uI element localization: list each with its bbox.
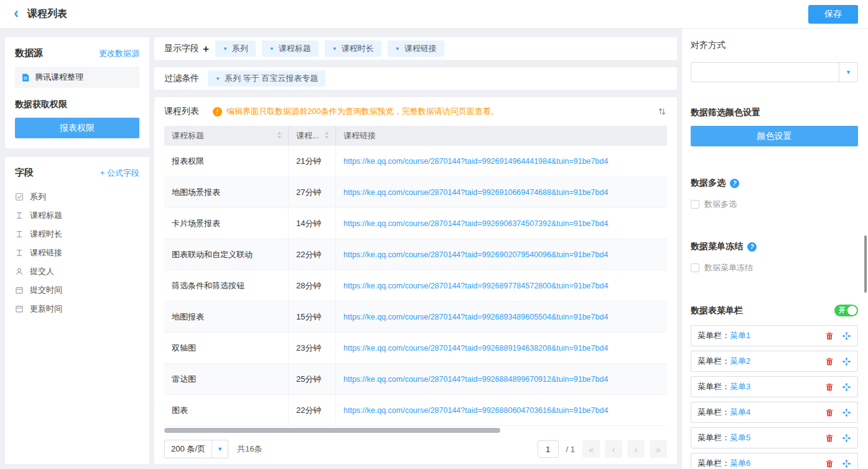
cell-course-duration: 21分钟: [289, 146, 336, 176]
multi-select-checkbox[interactable]: [691, 200, 699, 209]
page-input[interactable]: 1: [538, 440, 559, 458]
course-link[interactable]: https://ke.qq.com/course/2870144?taid=99…: [343, 375, 660, 384]
report-permission-button[interactable]: 报表权限: [15, 118, 139, 138]
delete-icon[interactable]: [825, 357, 834, 366]
field-item-submit-time[interactable]: 提交时间: [15, 281, 139, 300]
menu-name-link[interactable]: 菜单2: [730, 356, 750, 367]
course-link[interactable]: https://ke.qq.com/course/2870144?taid=99…: [343, 219, 660, 228]
field-item-update-time[interactable]: 更新时间: [15, 300, 139, 318]
field-item-course-duration[interactable]: 课程时长: [15, 225, 139, 244]
column-header-course-link[interactable]: 课程链接: [336, 126, 667, 146]
display-field-chip-series[interactable]: ▼系列: [215, 40, 256, 57]
prev-page-button[interactable]: ‹: [605, 440, 622, 458]
field-label: 提交时间: [30, 285, 62, 296]
datasource-name: 腾讯课程整理: [35, 72, 83, 83]
menu-name-link[interactable]: 菜单4: [730, 407, 750, 418]
help-icon[interactable]: ?: [747, 242, 757, 252]
menu-item-6: 菜单栏：菜单6: [691, 453, 858, 469]
menu-freeze-checkbox[interactable]: [691, 263, 699, 272]
field-item-course-title[interactable]: 课程标题: [15, 206, 139, 225]
display-fields-bar: 显示字段 + ▼系列 ▼课程标题 ▼课程时长 ▼课程链接: [154, 37, 677, 60]
cell-course-title: 双轴图: [164, 333, 289, 363]
course-link[interactable]: https://ke.qq.com/course/2870144?taid=99…: [343, 282, 660, 290]
move-icon[interactable]: [842, 357, 851, 366]
document-icon: [21, 73, 30, 82]
alignment-select[interactable]: ▼: [691, 62, 858, 82]
permission-title: 数据获取权限: [15, 99, 139, 110]
delete-icon[interactable]: [825, 331, 834, 341]
field-item-course-link[interactable]: 课程链接: [15, 244, 139, 262]
menu-name-link[interactable]: 菜单3: [730, 381, 750, 392]
table-header-row: 课程列表 ! 编辑界面只取数据源前200条作为查询数据预览，完整数据请访问页面查…: [154, 97, 677, 126]
table-head: 课程标题 课程... 课程链接: [164, 126, 667, 146]
display-field-chip-course-link[interactable]: ▼课程链接: [388, 40, 444, 57]
add-display-field-button[interactable]: +: [203, 44, 209, 54]
table-row: 卡片场景报表14分钟https://ke.qq.com/course/28701…: [164, 208, 667, 239]
course-link[interactable]: https://ke.qq.com/course/2870144?taid=99…: [343, 250, 660, 259]
delete-icon[interactable]: [825, 382, 834, 392]
column-header-course-title[interactable]: 课程标题: [164, 126, 289, 146]
course-link[interactable]: https://ke.qq.com/course/2870144?taid=99…: [343, 344, 660, 353]
course-link[interactable]: https://ke.qq.com/course/2870144?taid=99…: [343, 406, 660, 415]
vertical-scrollbar-thumb[interactable]: [864, 235, 867, 293]
move-icon[interactable]: [842, 408, 851, 417]
sort-arrows-icon: [277, 131, 282, 141]
text-field-icon: [15, 249, 24, 257]
help-icon[interactable]: ?: [730, 179, 739, 188]
menu-prefix: 菜单栏：: [698, 407, 730, 418]
save-button[interactable]: 保存: [808, 5, 858, 24]
menu-name-link[interactable]: 菜单5: [730, 432, 750, 443]
column-header-course-duration[interactable]: 课程...: [289, 126, 336, 146]
add-formula-field-link[interactable]: + 公式字段: [100, 168, 139, 179]
multi-select-checkbox-row[interactable]: 数据多选: [691, 199, 858, 210]
datasource-item[interactable]: 腾讯课程整理: [15, 67, 139, 88]
menu-freeze-checkbox-row[interactable]: 数据菜单冻结: [691, 262, 858, 273]
page-size-select[interactable]: 200 条/页 ▼: [164, 440, 228, 458]
sort-icon[interactable]: [657, 107, 667, 116]
cell-course-duration: 25分钟: [289, 364, 336, 394]
page-title: 课程列表: [27, 7, 67, 21]
course-link[interactable]: https://ke.qq.com/course/2870144?taid=99…: [343, 313, 660, 321]
change-datasource-link[interactable]: 更改数据源: [99, 48, 139, 59]
menu-name-link[interactable]: 菜单6: [730, 458, 750, 469]
chevron-down-icon: ▼: [215, 76, 220, 82]
next-page-button[interactable]: ›: [627, 440, 645, 458]
menu-freeze-title: 数据菜单冻结 ?: [691, 241, 858, 252]
fields-panel: 字段 + 公式字段 系列 课程标题 课程时长: [5, 157, 149, 464]
chip-label: 课程链接: [404, 43, 437, 54]
warning-text: 编辑界面只取数据源前200条作为查询数据预览，完整数据请访问页面查看。: [226, 106, 499, 117]
menu-item-4: 菜单栏：菜单4: [691, 402, 858, 423]
page-size-value: 200 条/页: [165, 440, 212, 458]
field-label: 提交人: [30, 266, 54, 277]
last-page-button[interactable]: »: [650, 440, 667, 458]
move-icon[interactable]: [842, 382, 851, 392]
delete-icon[interactable]: [825, 459, 834, 468]
delete-icon[interactable]: [825, 408, 834, 417]
move-icon[interactable]: [842, 433, 851, 443]
first-page-button[interactable]: «: [582, 440, 600, 458]
field-list: 系列 课程标题 课程时长 课程链接: [15, 187, 139, 318]
chip-label: 系列: [232, 43, 248, 54]
delete-icon[interactable]: [825, 433, 834, 443]
color-settings-button[interactable]: 颜色设置: [691, 126, 858, 146]
cell-course-duration: 14分钟: [289, 208, 336, 239]
filter-condition-chip[interactable]: ▼系列 等于 百宝云报表专题: [208, 70, 325, 87]
column-label: 课程链接: [343, 130, 376, 141]
horizontal-scrollbar-thumb[interactable]: [164, 428, 500, 433]
chevron-down-icon: ▼: [395, 46, 400, 52]
move-icon[interactable]: [842, 331, 851, 341]
menu-name-link[interactable]: 菜单1: [730, 330, 750, 341]
left-sidebar: 数据源 更改数据源 腾讯课程整理 数据获取权限 报表权限 字段 + 公式字段: [5, 37, 149, 464]
course-link[interactable]: https://ke.qq.com/course/2870144?taid=99…: [343, 157, 660, 166]
menu-bar-toggle[interactable]: 开: [834, 305, 858, 316]
move-icon[interactable]: [842, 459, 851, 468]
display-field-chip-course-title[interactable]: ▼课程标题: [262, 40, 319, 57]
back-button[interactable]: ‹: [14, 6, 19, 21]
field-item-submitter[interactable]: 提交人: [15, 262, 139, 281]
cell-course-duration: 22分钟: [289, 239, 336, 270]
display-field-chip-course-duration[interactable]: ▼课程时长: [325, 40, 381, 57]
course-link[interactable]: https://ke.qq.com/course/2870144?taid=99…: [343, 188, 660, 197]
checkbox-label: 数据菜单冻结: [704, 262, 753, 273]
text-field-icon: [15, 230, 24, 239]
field-item-series[interactable]: 系列: [15, 187, 139, 206]
